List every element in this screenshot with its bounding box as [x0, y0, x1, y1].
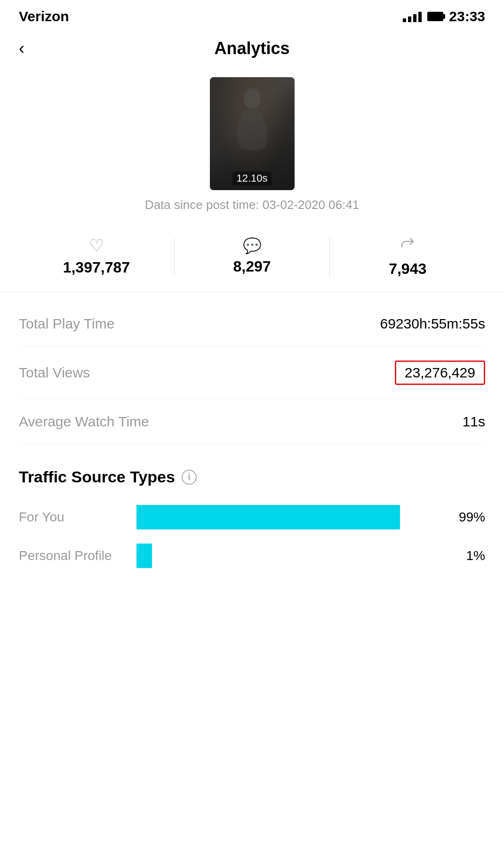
battery-icon: [427, 12, 443, 21]
stats-row: ♡ 1,397,787 💬 8,297 7,943: [0, 226, 504, 292]
signal-bar-2: [408, 16, 411, 22]
time-label: 23:33: [449, 8, 485, 24]
heart-icon: ♡: [89, 237, 104, 254]
total-views-row: Total Views 23,276,429: [19, 346, 485, 400]
for-you-row: For You 99%: [19, 505, 485, 529]
shares-value: 7,943: [389, 260, 426, 278]
video-thumbnail-container: 12.10s: [0, 68, 504, 198]
share-icon: [399, 236, 416, 256]
personal-profile-bar-container: [136, 544, 443, 568]
signal-bar-4: [418, 12, 422, 22]
watch-time-value: 11s: [463, 414, 485, 430]
comments-stat: 💬 8,297: [174, 238, 330, 275]
personal-profile-row: Personal Profile 1%: [19, 544, 485, 568]
for-you-bar: [136, 505, 400, 529]
total-views-value: 23,276,429: [395, 360, 485, 385]
personal-profile-label: Personal Profile: [19, 548, 127, 563]
signal-bar-3: [413, 14, 416, 22]
page-title: Analytics: [214, 39, 289, 58]
status-right: 23:33: [403, 8, 485, 24]
video-duration: 12.10s: [232, 171, 271, 185]
svg-point-0: [244, 88, 261, 109]
traffic-header: Traffic Source Types i: [19, 468, 485, 486]
comment-icon: 💬: [243, 238, 262, 253]
play-time-value: 69230h:55m:55s: [380, 316, 485, 332]
comments-value: 8,297: [233, 258, 271, 275]
likes-value: 1,397,787: [63, 259, 130, 276]
total-views-label: Total Views: [19, 365, 90, 381]
status-bar: Verizon 23:33: [0, 0, 504, 29]
post-time: Data since post time: 03-02-2020 06:41: [0, 198, 504, 226]
back-button[interactable]: ‹: [19, 39, 24, 58]
signal-icon: [403, 11, 422, 22]
watch-time-label: Average Watch Time: [19, 414, 149, 430]
watch-time-row: Average Watch Time 11s: [19, 400, 485, 444]
traffic-info-icon[interactable]: i: [182, 470, 197, 485]
for-you-label: For You: [19, 510, 127, 525]
carrier-label: Verizon: [19, 8, 69, 24]
share-svg: [399, 236, 416, 253]
traffic-section: Traffic Source Types i For You 99% Perso…: [0, 454, 504, 596]
traffic-title: Traffic Source Types: [19, 468, 175, 486]
personal-profile-pct: 1%: [452, 548, 485, 563]
signal-bar-1: [403, 18, 406, 22]
shares-stat: 7,943: [329, 236, 485, 278]
likes-stat: ♡ 1,397,787: [19, 237, 174, 276]
video-silhouette: [233, 87, 271, 162]
play-time-label: Total Play Time: [19, 316, 114, 332]
play-time-row: Total Play Time 69230h:55m:55s: [19, 302, 485, 346]
metrics-section: Total Play Time 69230h:55m:55s Total Vie…: [0, 292, 504, 454]
page-header: ‹ Analytics: [0, 29, 504, 68]
video-thumbnail[interactable]: 12.10s: [210, 77, 295, 190]
for-you-bar-container: [136, 505, 443, 529]
personal-profile-bar: [136, 544, 152, 568]
for-you-pct: 99%: [452, 510, 485, 525]
